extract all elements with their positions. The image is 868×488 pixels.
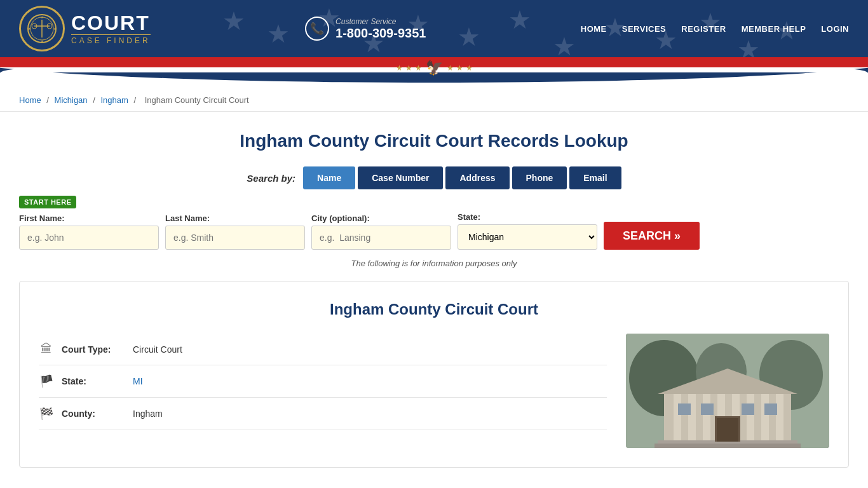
logo-text-area: COURT CASE FINDER [71, 13, 151, 45]
last-name-group: Last Name: [165, 214, 305, 250]
city-group: City (optional): [311, 214, 451, 250]
header-phone-area: 📞 Customer Service 1-800-309-9351 [305, 17, 426, 41]
last-name-input[interactable] [165, 226, 305, 250]
customer-service-label: Customer Service [336, 17, 426, 26]
logo-emblem-svg: ★ ★ ★ ★ [27, 13, 57, 44]
eagle-area: ★ ★ ★ 🦅 ★ ★ ★ [396, 60, 473, 76]
state-label: State: [458, 212, 597, 222]
search-form: First Name: Last Name: City (optional): … [19, 212, 849, 250]
nav-login[interactable]: LOGIN [821, 24, 849, 34]
flag-icon: 🏴 [39, 374, 54, 388]
star-row-right: ★ ★ ★ [447, 64, 473, 72]
star-6: ★ [466, 64, 473, 72]
svg-rect-17 [688, 394, 696, 442]
svg-rect-21 [747, 394, 754, 442]
nav-home[interactable]: HOME [581, 24, 607, 34]
star-1: ★ [396, 64, 403, 72]
svg-rect-16 [674, 394, 681, 442]
courthouse-svg [626, 334, 829, 448]
search-button[interactable]: SEARCH » [604, 222, 700, 250]
court-type-row: 🏛 Court Type: Circuit Court [39, 334, 607, 365]
tab-name[interactable]: Name [303, 166, 355, 189]
breadcrumb: Home / Michigan / Ingham / Ingham County… [0, 89, 868, 112]
search-by-row: Search by: Name Case Number Address Phon… [19, 166, 849, 189]
page-title: Ingham County Circuit Court Records Look… [19, 131, 849, 151]
search-by-label: Search by: [247, 173, 295, 184]
breadcrumb-sep-2: / [93, 95, 97, 105]
city-label: City (optional): [311, 214, 451, 223]
banner-wave: ★ ★ ★ 🦅 ★ ★ ★ [0, 57, 868, 89]
tab-phone[interactable]: Phone [512, 166, 567, 189]
svg-rect-30 [742, 403, 754, 415]
court-type-value: Circuit Court [133, 344, 182, 355]
nav-services[interactable]: SERVICES [622, 24, 667, 34]
start-here-badge: START HERE [19, 196, 76, 208]
breadcrumb-ingham[interactable]: Ingham [100, 95, 128, 105]
building-icon: 🏛 [39, 342, 54, 356]
star-4: ★ [447, 64, 454, 72]
main-nav: HOME SERVICES REGISTER MEMBER HELP LOGIN [581, 24, 849, 34]
court-info-layout: 🏛 Court Type: Circuit Court 🏴 State: MI … [39, 334, 829, 448]
court-details: 🏛 Court Type: Circuit Court 🏴 State: MI … [39, 334, 607, 448]
state-group: State: Michigan Alabama Alaska Arizona A… [458, 212, 597, 250]
court-info-card: Ingham County Circuit Court 🏛 Court Type… [19, 281, 849, 468]
svg-rect-31 [764, 403, 777, 415]
main-content: Ingham County Circuit Court Records Look… [0, 112, 868, 480]
tab-case-number[interactable]: Case Number [358, 166, 443, 189]
breadcrumb-sep-3: / [133, 95, 138, 105]
star-2: ★ [405, 64, 412, 72]
svg-rect-22 [761, 394, 769, 442]
phone-number: 1-800-309-9351 [336, 26, 426, 41]
nav-register[interactable]: REGISTER [681, 24, 726, 34]
court-card-title: Ingham County Circuit Court [39, 301, 829, 318]
svg-rect-28 [678, 403, 691, 415]
breadcrumb-sep-1: / [46, 95, 51, 105]
star-3: ★ [415, 64, 422, 72]
state-row: 🏴 State: MI [39, 365, 607, 398]
site-header: ★ ★ ★ ★ ★ ★ ★ ★ ★ ★ ★ ★ ★ ★ ★ ★ [0, 0, 868, 57]
court-type-label: Court Type: [62, 344, 125, 355]
first-name-input[interactable] [19, 226, 159, 250]
svg-rect-23 [776, 394, 783, 442]
star-5: ★ [456, 64, 463, 72]
map-icon: 🏁 [39, 407, 54, 421]
breadcrumb-home[interactable]: Home [19, 95, 41, 105]
svg-rect-29 [701, 403, 714, 415]
state-detail-label: State: [62, 376, 125, 386]
logo-court-text: COURT [71, 13, 151, 33]
county-value: Ingham [133, 409, 163, 419]
logo-case-finder-text: CASE FINDER [71, 34, 151, 45]
phone-text-area: Customer Service 1-800-309-9351 [336, 17, 426, 41]
tab-address[interactable]: Address [445, 166, 509, 189]
county-row: 🏁 County: Ingham [39, 398, 607, 430]
svg-rect-25 [654, 444, 801, 448]
state-select[interactable]: Michigan Alabama Alaska Arizona Arkansas… [458, 224, 597, 250]
info-note: The following is for information purpose… [19, 259, 849, 268]
last-name-label: Last Name: [165, 214, 305, 223]
county-label: County: [62, 409, 125, 419]
tab-email[interactable]: Email [569, 166, 621, 189]
state-detail-value: MI [133, 376, 143, 386]
first-name-group: First Name: [19, 214, 159, 250]
logo-area: ★ ★ ★ ★ COURT CASE FINDER [19, 6, 151, 51]
svg-rect-18 [703, 394, 710, 442]
city-input[interactable] [311, 226, 451, 250]
svg-rect-27 [717, 418, 738, 442]
star-row-left: ★ ★ ★ [396, 64, 422, 72]
breadcrumb-michigan[interactable]: Michigan [55, 95, 88, 105]
logo-emblem: ★ ★ ★ ★ [19, 6, 65, 51]
phone-icon: 📞 [305, 17, 329, 41]
nav-member-help[interactable]: MEMBER HELP [742, 24, 806, 34]
courthouse-image [626, 334, 829, 448]
eagle-icon: 🦅 [426, 60, 443, 76]
breadcrumb-current: Ingham County Circuit Court [145, 95, 249, 105]
first-name-label: First Name: [19, 214, 159, 223]
